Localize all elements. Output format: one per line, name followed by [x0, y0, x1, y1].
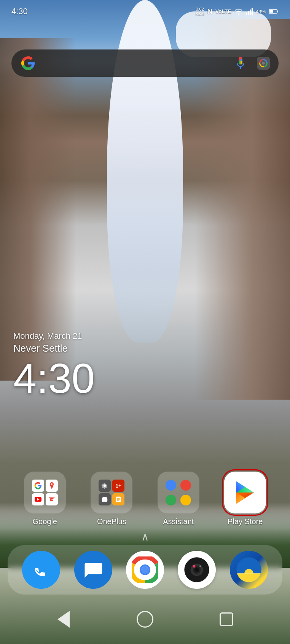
assistant-dot-blue — [166, 480, 176, 491]
assistant-dots — [165, 479, 192, 506]
home-button[interactable] — [134, 608, 156, 631]
play-store-label: Play Store — [228, 517, 263, 526]
assistant-label: Assistant — [163, 517, 194, 526]
navigation-bar — [0, 595, 290, 644]
camera-dock-icon[interactable] — [178, 551, 216, 589]
voice-search-icon[interactable] — [233, 56, 248, 71]
nfc-icon: N — [207, 8, 212, 16]
svg-point-38 — [199, 565, 201, 567]
settings-app-icon — [99, 480, 111, 492]
google-folder-app[interactable]: Google — [24, 472, 66, 526]
widget-tagline: Never Settle — [13, 343, 95, 354]
assistant-dot-green — [166, 495, 176, 505]
dock — [8, 545, 282, 595]
oneplus-folder-app[interactable]: 1+ — [91, 472, 132, 526]
svg-point-37 — [193, 565, 196, 567]
svg-rect-11 — [241, 59, 242, 61]
svg-rect-10 — [239, 57, 242, 59]
status-time: 4:30 — [11, 6, 28, 16]
assistant-dot-red — [180, 480, 191, 491]
play-store-icon — [224, 472, 266, 513]
oneplus-folder-label: OnePlus — [97, 517, 126, 526]
wifi-icon — [234, 8, 243, 15]
chrome-dock-icon[interactable] — [126, 551, 164, 589]
google-search-bar[interactable] — [11, 49, 279, 77]
svg-rect-20 — [102, 498, 107, 502]
svg-rect-0 — [246, 13, 247, 15]
filemanager-app-icon — [99, 493, 111, 505]
notes-app-icon — [112, 493, 124, 505]
date-clock-widget: Monday, March 21 Never Settle 4:30 — [13, 331, 95, 399]
svg-rect-12 — [239, 61, 241, 65]
oneplus-red-app-icon: 1+ — [112, 480, 124, 492]
gmail-app-icon — [46, 493, 58, 505]
svg-rect-5 — [269, 10, 273, 13]
svg-rect-13 — [241, 61, 242, 65]
google-folder-icon — [24, 472, 66, 513]
assistant-app[interactable]: Assistant — [158, 472, 199, 526]
status-icons: 0.02 KB/s N VoLTE 49% — [195, 7, 279, 16]
home-icon — [137, 611, 153, 628]
weather-dock-icon[interactable] — [230, 551, 268, 589]
swipe-up-indicator: ∧ — [141, 531, 149, 543]
oneplus-folder-icon: 1+ — [91, 472, 132, 513]
svg-rect-1 — [248, 11, 249, 15]
cliff-left — [0, 38, 76, 381]
assistant-dot-yellow — [180, 495, 191, 505]
messages-dock-icon[interactable] — [74, 551, 112, 589]
battery-percent: 49% — [256, 9, 266, 14]
svg-point-17 — [51, 483, 53, 485]
back-button[interactable] — [52, 608, 75, 631]
signal-icon — [246, 8, 253, 15]
volte-icon: VoLTE — [215, 8, 231, 14]
svg-rect-2 — [250, 10, 251, 15]
google-app-icon — [32, 480, 44, 492]
search-right-icons — [233, 56, 271, 71]
youtube-app-icon — [32, 493, 44, 505]
widget-date: Monday, March 21 — [13, 331, 95, 341]
phone-dock-icon[interactable] — [22, 551, 60, 589]
google-g-logo — [19, 54, 37, 72]
lens-search-icon[interactable] — [256, 56, 271, 71]
back-icon — [57, 611, 70, 628]
data-speed-indicator: 0.02 KB/s — [195, 7, 204, 16]
recents-button[interactable] — [215, 608, 238, 631]
google-folder-label: Google — [33, 517, 57, 526]
play-store-app[interactable]: Play Store — [224, 472, 266, 526]
app-row: Google 1+ — [0, 472, 290, 526]
svg-rect-6 — [277, 11, 279, 13]
svg-point-16 — [262, 62, 265, 65]
battery-icon — [269, 9, 279, 14]
svg-point-32 — [142, 566, 149, 574]
assistant-icon — [158, 472, 199, 513]
maps-app-icon — [46, 480, 58, 492]
widget-time: 4:30 — [13, 357, 95, 399]
recents-icon — [220, 612, 233, 626]
status-bar: 4:30 0.02 KB/s N VoLTE 49% — [0, 0, 290, 23]
svg-rect-3 — [252, 8, 253, 15]
svg-point-36 — [195, 567, 199, 572]
